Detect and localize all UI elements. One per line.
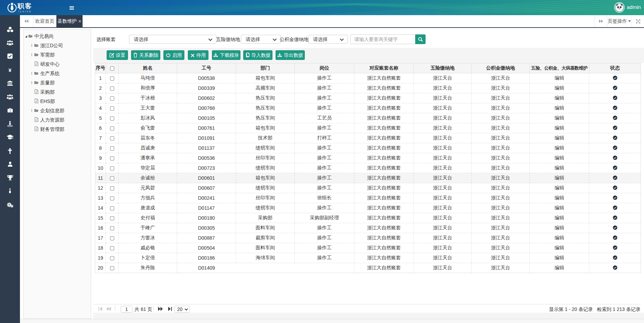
svg-text:¥: ¥: [9, 67, 12, 73]
